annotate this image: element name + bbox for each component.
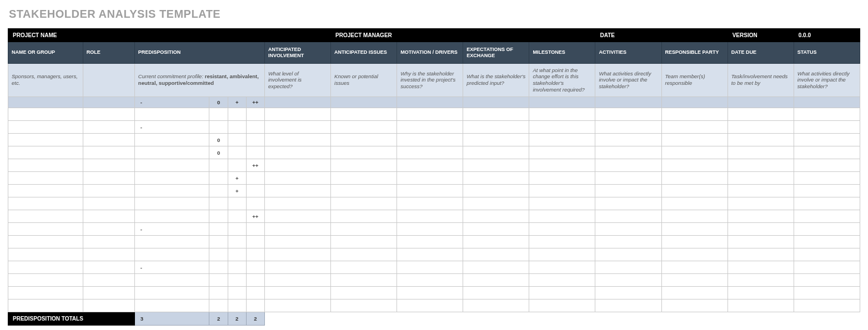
cell[interactable]: [595, 210, 661, 223]
cell[interactable]: [209, 287, 228, 299]
cell[interactable]: [794, 223, 860, 236]
cell[interactable]: [246, 146, 264, 159]
cell[interactable]: [595, 274, 661, 287]
cell[interactable]: [8, 108, 83, 121]
cell[interactable]: [397, 159, 463, 172]
cell[interactable]: [209, 236, 228, 248]
cell[interactable]: [264, 261, 330, 274]
hdr-version-value[interactable]: 0.0.0: [794, 29, 860, 42]
cell[interactable]: [83, 134, 134, 146]
cell[interactable]: [727, 274, 794, 287]
cell[interactable]: [83, 274, 134, 287]
cell[interactable]: [246, 248, 264, 261]
cell[interactable]: [134, 108, 209, 121]
hdr-date[interactable]: DATE: [595, 29, 727, 42]
cell[interactable]: [209, 185, 228, 197]
cell[interactable]: [397, 287, 463, 299]
cell[interactable]: [83, 108, 134, 121]
cell[interactable]: [8, 121, 83, 134]
cell[interactable]: [463, 146, 529, 159]
cell[interactable]: [209, 261, 228, 274]
cell[interactable]: [794, 287, 860, 299]
cell[interactable]: [397, 146, 463, 159]
cell[interactable]: [727, 108, 794, 121]
cell[interactable]: [397, 210, 463, 223]
cell[interactable]: [529, 210, 595, 223]
cell[interactable]: [83, 210, 134, 223]
cell[interactable]: ++: [246, 159, 264, 172]
cell[interactable]: +: [228, 185, 246, 197]
cell[interactable]: [463, 274, 529, 287]
cell[interactable]: [661, 261, 727, 274]
cell[interactable]: -: [134, 261, 209, 274]
cell[interactable]: [83, 248, 134, 261]
cell[interactable]: [463, 172, 529, 185]
cell[interactable]: [463, 210, 529, 223]
cell[interactable]: [264, 248, 330, 261]
cell[interactable]: [463, 236, 529, 248]
cell[interactable]: [228, 197, 246, 210]
cell[interactable]: [228, 134, 246, 146]
cell[interactable]: [397, 223, 463, 236]
cell[interactable]: [595, 146, 661, 159]
cell[interactable]: [209, 210, 228, 223]
cell[interactable]: [661, 236, 727, 248]
cell[interactable]: [228, 210, 246, 223]
cell[interactable]: [264, 134, 330, 146]
cell[interactable]: [331, 287, 397, 299]
cell[interactable]: [463, 159, 529, 172]
cell[interactable]: [463, 108, 529, 121]
cell[interactable]: [529, 261, 595, 274]
cell[interactable]: [8, 146, 83, 159]
cell[interactable]: [529, 121, 595, 134]
cell[interactable]: [661, 134, 727, 146]
cell[interactable]: [8, 287, 83, 299]
cell[interactable]: [246, 185, 264, 197]
cell[interactable]: [661, 248, 727, 261]
cell[interactable]: [794, 248, 860, 261]
cell[interactable]: [83, 185, 134, 197]
cell[interactable]: [246, 108, 264, 121]
cell[interactable]: [264, 185, 330, 197]
cell[interactable]: [331, 197, 397, 210]
cell[interactable]: [331, 146, 397, 159]
cell[interactable]: [8, 197, 83, 210]
cell[interactable]: [727, 159, 794, 172]
cell[interactable]: [794, 108, 860, 121]
cell[interactable]: [8, 248, 83, 261]
cell[interactable]: [331, 261, 397, 274]
cell[interactable]: [331, 185, 397, 197]
cell[interactable]: [661, 172, 727, 185]
cell[interactable]: [529, 172, 595, 185]
cell[interactable]: [529, 108, 595, 121]
cell[interactable]: [264, 236, 330, 248]
cell[interactable]: [246, 299, 264, 312]
cell[interactable]: [209, 274, 228, 287]
cell[interactable]: [228, 236, 246, 248]
cell[interactable]: [331, 159, 397, 172]
cell[interactable]: [794, 185, 860, 197]
cell[interactable]: [331, 248, 397, 261]
cell[interactable]: [83, 159, 134, 172]
cell[interactable]: [8, 299, 83, 312]
cell[interactable]: [246, 261, 264, 274]
cell[interactable]: [134, 248, 209, 261]
cell[interactable]: [595, 134, 661, 146]
cell[interactable]: [8, 210, 83, 223]
cell[interactable]: [661, 197, 727, 210]
cell[interactable]: [8, 185, 83, 197]
cell[interactable]: [727, 287, 794, 299]
cell[interactable]: [661, 223, 727, 236]
cell[interactable]: [397, 172, 463, 185]
cell[interactable]: [246, 121, 264, 134]
cell[interactable]: [529, 274, 595, 287]
cell[interactable]: 0: [209, 134, 228, 146]
cell[interactable]: [661, 146, 727, 159]
cell[interactable]: [595, 236, 661, 248]
cell[interactable]: [8, 159, 83, 172]
cell[interactable]: [83, 287, 134, 299]
cell[interactable]: [661, 121, 727, 134]
cell[interactable]: [264, 172, 330, 185]
cell[interactable]: [463, 299, 529, 312]
cell[interactable]: [529, 299, 595, 312]
